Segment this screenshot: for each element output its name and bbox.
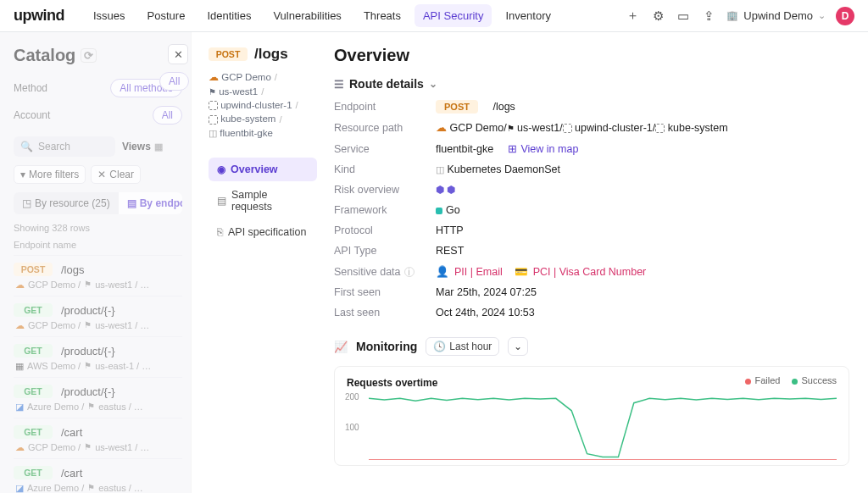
daemonset-icon: ◫ xyxy=(436,164,444,174)
kv-firstseen-label: First seen xyxy=(334,286,436,298)
kv-endpoint-value: POST /logs xyxy=(436,101,849,113)
map-icon: ⊞ xyxy=(508,142,517,155)
kv-protocol-value: HTTP xyxy=(436,224,849,236)
chevron-down-icon: ⌄ xyxy=(429,78,437,90)
kv-framework-value: Go xyxy=(436,204,849,216)
nav-identities[interactable]: Identities xyxy=(198,4,259,27)
nav-threats[interactable]: Threats xyxy=(355,4,409,27)
side-tab-api-specification[interactable]: ⎘API specification xyxy=(209,220,317,244)
view-in-map-link[interactable]: ⊞ View in map xyxy=(508,142,578,155)
chevron-down-icon: ⌄ xyxy=(818,10,826,21)
topbar: upwind IssuesPostureIdentitiesVulnerabil… xyxy=(0,0,868,32)
go-icon xyxy=(436,208,442,214)
kv-kind-label: Kind xyxy=(334,163,436,175)
detail-panel: POST /logs ☁ GCP Demo/⚑ us-west1/ upwind… xyxy=(192,32,868,493)
kv-apitype-value: REST xyxy=(436,245,849,257)
chart-legend: Failed Success xyxy=(745,375,837,385)
plus-icon[interactable]: ＋ xyxy=(625,8,640,24)
crumb[interactable]: ⚑ us-west1 xyxy=(209,86,258,97)
kv-apitype-label: API Type xyxy=(334,245,436,257)
org-name: Upwind Demo xyxy=(743,9,813,22)
crumb[interactable]: kube-system xyxy=(655,122,727,134)
crumb[interactable]: ☁ GCP Demo xyxy=(209,71,271,83)
building-icon: 🏢 xyxy=(726,10,738,21)
time-range-chevron[interactable]: ⌄ xyxy=(508,337,528,356)
side-tab-overview[interactable]: ◉Overview xyxy=(209,158,317,181)
kv-sensitive-label: Sensitive datai xyxy=(334,266,436,278)
kv-endpoint-label: Endpoint xyxy=(334,101,436,113)
overview-title: Overview xyxy=(334,46,849,65)
gear-icon[interactable]: ⚙ xyxy=(650,8,665,24)
kv-risk-label: Risk overview xyxy=(334,184,436,196)
main-nav: IssuesPostureIdentitiesVulnerabilitiesTh… xyxy=(85,4,559,27)
kv-service-value: fluentbit-gke ⊞ View in map xyxy=(436,142,849,155)
route-details-toggle[interactable]: ☰ Route details ⌄ xyxy=(334,77,849,91)
y-tick-100: 100 xyxy=(345,423,359,432)
info-icon[interactable]: i xyxy=(404,267,415,277)
clock-icon: 🕓 xyxy=(433,341,446,352)
list-icon: ☰ xyxy=(334,78,344,91)
person-icon: 👤 xyxy=(436,265,449,278)
crumb[interactable]: ⚑ us-west1 xyxy=(507,122,560,134)
monitoring-title: Monitoring xyxy=(356,340,417,353)
detail-method-badge: POST xyxy=(209,47,248,61)
chart-icon: 📈 xyxy=(334,341,348,353)
crumb[interactable]: upwind-cluster-1 xyxy=(563,122,653,134)
series-success xyxy=(369,398,837,457)
kv-firstseen-value: Mar 25th, 2024 07:25 xyxy=(436,286,849,298)
crumb[interactable]: ◫ fluentbit-gke xyxy=(209,128,273,139)
y-tick-200: 200 xyxy=(345,392,359,402)
kv-service-label: Service xyxy=(334,143,436,155)
requests-chart: Requests overtime Failed Success 200 100 xyxy=(334,366,849,466)
nav-issues[interactable]: Issues xyxy=(85,4,134,27)
book-icon[interactable]: ▭ xyxy=(676,8,691,24)
kv-lastseen-value: Oct 24th, 2024 10:53 xyxy=(436,307,849,319)
kv-protocol-label: Protocol xyxy=(334,224,436,236)
detail-path: /logs xyxy=(254,46,288,63)
detail-side-tabs: ◉Overview▤Sample requests⎘API specificat… xyxy=(209,158,317,244)
legend-success-dot xyxy=(792,379,798,385)
nav-vulnerabilities[interactable]: Vulnerabilities xyxy=(264,4,349,27)
crumb[interactable]: kube-system xyxy=(209,114,275,124)
legend-failed-dot xyxy=(745,379,751,385)
kv-resource-label: Resource path xyxy=(334,122,436,134)
card-icon: 💳 xyxy=(515,265,528,278)
avatar[interactable]: D xyxy=(836,7,854,25)
nav-inventory[interactable]: Inventory xyxy=(497,4,559,27)
scrim xyxy=(0,32,192,493)
kv-lastseen-label: Last seen xyxy=(334,307,436,319)
nav-posture[interactable]: Posture xyxy=(139,4,194,27)
close-button[interactable]: ✕ xyxy=(168,44,188,64)
side-tab-sample-requests[interactable]: ▤Sample requests xyxy=(209,183,317,219)
time-range-picker[interactable]: 🕓 Last hour xyxy=(426,337,499,356)
kv-framework-label: Framework xyxy=(334,204,436,216)
nav-api-security[interactable]: API Security xyxy=(415,4,492,27)
crumb[interactable]: ☁ GCP Demo xyxy=(436,122,504,134)
risk-hex-icon: ⬢ xyxy=(436,184,444,196)
crumb[interactable]: upwind-cluster-1 xyxy=(209,100,292,110)
kv-resource-value: ☁ GCP Demo/⚑ us-west1/ upwind-cluster-1/… xyxy=(436,121,849,134)
person-run-icon[interactable]: ⇪ xyxy=(701,8,716,24)
kv-kind-value: ◫ Kubernetes DaemonSet xyxy=(436,163,849,175)
risk-hex-icon: ⬢ xyxy=(447,184,455,196)
org-switcher[interactable]: 🏢 Upwind Demo ⌄ xyxy=(726,9,826,22)
breadcrumb: ☁ GCP Demo/⚑ us-west1/ upwind-cluster-1/… xyxy=(209,71,317,139)
kv-risk-value: ⬢ ⬢ xyxy=(436,184,849,196)
kv-sensitive-value: 👤PII | Email 💳PCI | Visa Card Number xyxy=(436,265,849,278)
logo: upwind xyxy=(14,7,64,25)
chart-svg xyxy=(369,392,837,460)
